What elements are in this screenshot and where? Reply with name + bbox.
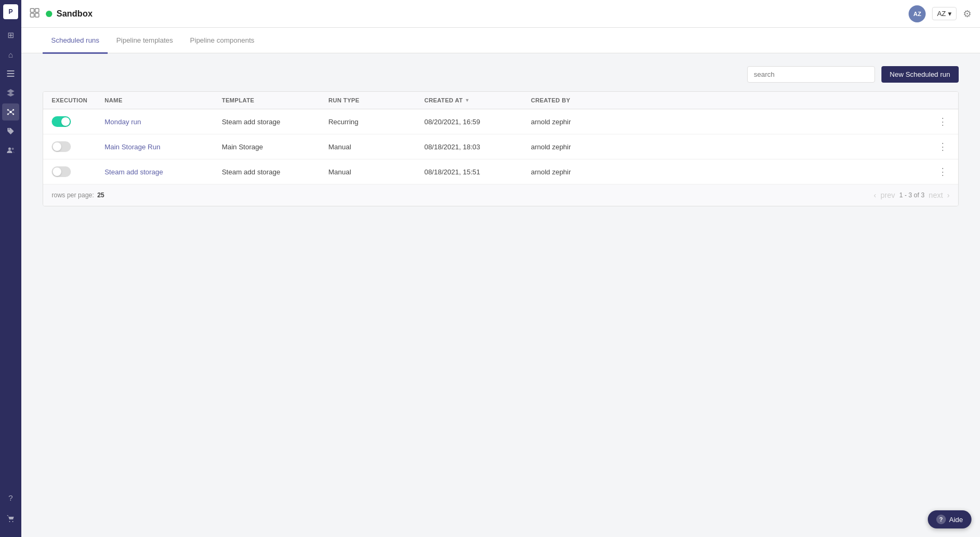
col-header-created-by: CREATED BY	[522, 92, 927, 109]
pagination-bar: rows per page: 25 ‹ prev 1 - 3 of 3 next…	[43, 184, 958, 206]
sidebar-icon-home[interactable]: ⌂	[2, 46, 19, 63]
workspace-status-dot	[46, 11, 52, 17]
template-cell-2: Main Storage	[213, 134, 320, 159]
topbar-right: AZ AZ ▾ ⚙	[909, 5, 971, 22]
svg-point-14	[9, 521, 10, 522]
actions-cell-1: ⋮	[927, 109, 958, 134]
svg-rect-2	[7, 76, 14, 77]
execution-toggle-3[interactable]	[52, 166, 71, 177]
name-cell-1: Monday run	[96, 109, 213, 134]
svg-rect-16	[30, 9, 34, 12]
prev-label[interactable]: prev	[880, 191, 895, 199]
toggle-knob-3	[53, 167, 61, 176]
col-header-actions	[927, 92, 958, 109]
template-cell-1: Steam add storage	[213, 109, 320, 134]
rows-per-page-label: rows per page:	[52, 191, 94, 199]
svg-line-9	[11, 110, 13, 112]
svg-point-12	[9, 148, 11, 150]
help-button[interactable]: ? Aide	[928, 510, 971, 528]
name-cell-2: Main Storage Run	[96, 134, 213, 159]
sidebar-icon-network[interactable]	[2, 103, 19, 121]
template-cell-3: Steam add storage	[213, 159, 320, 185]
col-header-created-at[interactable]: CREATED AT ▼	[416, 92, 522, 109]
run-type-cell-2: Manual	[320, 134, 416, 159]
created-by-cell-3: arnold zephir	[522, 159, 927, 185]
svg-rect-18	[30, 13, 34, 17]
tab-scheduled-runs[interactable]: Scheduled runs	[43, 28, 108, 54]
user-initials-label: AZ	[937, 10, 946, 18]
new-scheduled-run-button[interactable]: New Scheduled run	[881, 66, 959, 83]
pagination-nav: ‹ prev 1 - 3 of 3 next ›	[874, 191, 950, 199]
help-circle-icon: ?	[936, 515, 946, 524]
prev-page-button[interactable]: ‹	[874, 191, 877, 199]
tabs-bar: Scheduled runs Pipeline templates Pipeli…	[21, 28, 980, 53]
rows-per-page: rows per page: 25	[52, 191, 104, 199]
created-at-cell-2: 08/18/2021, 18:03	[416, 134, 522, 159]
execution-cell-3	[43, 159, 96, 185]
sidebar-icon-list[interactable]	[2, 65, 19, 82]
table-row: Monday run Steam add storage Recurring 0…	[43, 109, 958, 134]
help-label: Aide	[949, 516, 963, 524]
toggle-knob-2	[53, 142, 61, 151]
col-header-name: NAME	[96, 92, 213, 109]
topbar: Sandbox AZ AZ ▾ ⚙	[21, 0, 980, 28]
execution-toggle-2[interactable]	[52, 141, 71, 152]
next-page-button[interactable]: ›	[947, 191, 950, 199]
user-menu-button[interactable]: AZ ▾	[932, 7, 957, 20]
actions-cell-2: ⋮	[927, 134, 958, 159]
toolbar: New Scheduled run	[43, 66, 959, 83]
run-type-cell-1: Recurring	[320, 109, 416, 134]
created-at-cell-1: 08/20/2021, 16:59	[416, 109, 522, 134]
row-menu-button-3[interactable]: ⋮	[936, 166, 950, 177]
col-header-execution: EXECUTION	[43, 92, 96, 109]
sidebar-icon-layers[interactable]	[2, 84, 19, 101]
sidebar-icon-tag[interactable]	[2, 123, 19, 140]
svg-point-13	[12, 148, 14, 150]
pagination-count: 1 - 3 of 3	[899, 191, 924, 199]
svg-rect-0	[7, 70, 14, 71]
col-header-template: TEMPLATE	[213, 92, 320, 109]
toggle-knob-1	[61, 117, 70, 126]
sidebar-bottom: ?	[2, 488, 19, 533]
run-type-cell-3: Manual	[320, 159, 416, 185]
svg-line-10	[8, 112, 11, 114]
run-name-link-2[interactable]: Main Storage Run	[104, 143, 160, 151]
user-chevron-icon: ▾	[948, 10, 952, 18]
sort-arrow-icon: ▼	[465, 98, 469, 103]
row-menu-button-1[interactable]: ⋮	[936, 116, 950, 127]
execution-toggle-1[interactable]	[52, 116, 71, 127]
sidebar: P ⊞ ⌂ ?	[0, 0, 21, 537]
user-avatar: AZ	[909, 5, 926, 22]
sidebar-icon-cart[interactable]	[2, 510, 19, 527]
svg-line-11	[11, 112, 13, 114]
svg-point-15	[12, 521, 13, 522]
run-name-link-3[interactable]: Steam add storage	[104, 168, 163, 176]
tab-pipeline-templates[interactable]: Pipeline templates	[108, 28, 181, 54]
main-content: Sandbox AZ AZ ▾ ⚙ Scheduled runs Pipelin…	[21, 0, 980, 537]
scheduled-runs-table: EXECUTION NAME TEMPLATE RUN TYPE	[43, 91, 959, 206]
table-row: Main Storage Run Main Storage Manual 08/…	[43, 134, 958, 159]
rows-per-page-value: 25	[97, 191, 104, 199]
sidebar-icon-help[interactable]: ?	[2, 489, 19, 506]
execution-cell-1	[43, 109, 96, 134]
created-at-cell-3: 08/18/2021, 15:51	[416, 159, 522, 185]
app-logo: P	[3, 4, 18, 19]
table-row: Steam add storage Steam add storage Manu…	[43, 159, 958, 185]
row-menu-button-2[interactable]: ⋮	[936, 141, 950, 152]
svg-rect-19	[35, 13, 39, 17]
next-label[interactable]: next	[929, 191, 943, 199]
sidebar-icon-grid[interactable]: ⊞	[2, 27, 19, 44]
created-by-cell-1: arnold zephir	[522, 109, 927, 134]
settings-icon[interactable]: ⚙	[963, 8, 971, 20]
tab-pipeline-components[interactable]: Pipeline components	[182, 28, 263, 54]
expand-icon[interactable]	[30, 8, 39, 20]
col-header-run-type: RUN TYPE	[320, 92, 416, 109]
workspace-name: Sandbox	[56, 9, 909, 19]
sidebar-icon-users[interactable]	[2, 142, 19, 159]
svg-rect-1	[7, 73, 14, 74]
search-input[interactable]	[747, 66, 875, 83]
table-header-row: EXECUTION NAME TEMPLATE RUN TYPE	[43, 92, 958, 109]
name-cell-3: Steam add storage	[96, 159, 213, 185]
svg-line-8	[8, 110, 11, 112]
run-name-link-1[interactable]: Monday run	[104, 118, 141, 126]
